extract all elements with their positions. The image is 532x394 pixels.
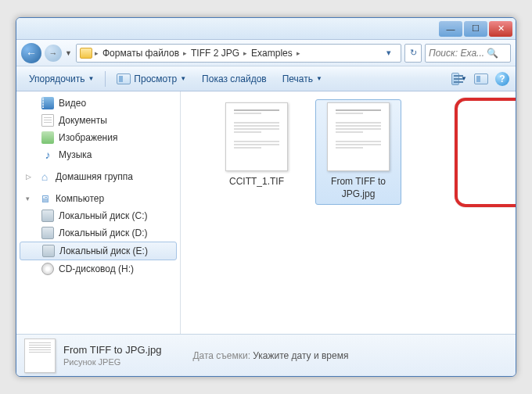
body: Видео Документы Изображения ♪Музыка ▷⌂До… <box>16 91 516 334</box>
file-thumbnail <box>327 102 390 171</box>
computer-icon: 🖥 <box>38 192 51 205</box>
sidebar-item-disk-d[interactable]: Локальный диск (D:) <box>16 224 180 242</box>
disk-icon <box>41 210 54 222</box>
sidebar-item-video[interactable]: Видео <box>16 95 180 112</box>
preview-button[interactable]: Просмотр▼ <box>110 70 192 88</box>
chevron-right-icon[interactable]: ▸ <box>243 49 248 57</box>
sidebar-item-disk-e[interactable]: Локальный диск (E:) <box>20 242 177 260</box>
minimize-button[interactable]: — <box>439 21 462 37</box>
help-button[interactable]: ? <box>495 72 509 86</box>
explorer-window: — ☐ ✕ ← → ▼ ▸ Форматы файлов ▸ TIFF 2 JP… <box>16 17 516 377</box>
titlebar[interactable]: — ☐ ✕ <box>16 18 516 40</box>
expander-icon[interactable]: ▾ <box>26 195 34 202</box>
preview-icon <box>117 73 131 84</box>
sidebar-item-pictures[interactable]: Изображения <box>16 129 180 146</box>
video-icon <box>41 97 54 109</box>
print-button[interactable]: Печать▼ <box>276 70 329 88</box>
search-input[interactable] <box>429 48 483 59</box>
search-icon: 🔍 <box>487 48 498 59</box>
close-button[interactable]: ✕ <box>489 21 512 37</box>
command-bar: Упорядочить▼ Просмотр▼ Показ слайдов Печ… <box>16 66 516 91</box>
organize-button[interactable]: Упорядочить▼ <box>23 70 100 88</box>
back-button[interactable]: ← <box>21 43 41 63</box>
details-pane: From TIFF to JPG.jpg Рисунок JPEG Дата с… <box>16 334 516 376</box>
disk-icon <box>42 245 55 257</box>
breadcrumb-segment[interactable]: Форматы файлов <box>101 48 181 59</box>
sidebar-item-computer[interactable]: ▾🖥Компьютер <box>16 190 180 207</box>
sidebar-item-cd-h[interactable]: CD-дисковод (H:) <box>16 260 180 278</box>
details-filetype: Рисунок JPEG <box>63 357 161 367</box>
slideshow-button[interactable]: Показ слайдов <box>196 70 273 88</box>
separator <box>105 71 106 87</box>
view-options-button[interactable]: ▼ <box>451 72 467 86</box>
refresh-button[interactable]: ↻ <box>404 44 422 63</box>
sidebar-item-homegroup[interactable]: ▷⌂Домашняя группа <box>16 168 180 185</box>
sidebar-item-disk-c[interactable]: Локальный диск (C:) <box>16 207 180 224</box>
chevron-right-icon[interactable]: ▸ <box>182 49 188 57</box>
expander-icon[interactable]: ▷ <box>26 173 34 181</box>
folder-icon <box>80 48 92 59</box>
file-label: CCITT_1.TIF <box>226 174 287 190</box>
file-thumbnail <box>225 102 288 171</box>
chevron-right-icon[interactable]: ▸ <box>296 49 301 57</box>
forward-button[interactable]: → <box>45 45 62 62</box>
chevron-right-icon[interactable]: ▸ <box>94 49 99 57</box>
document-icon <box>41 114 54 127</box>
homegroup-icon: ⌂ <box>38 170 51 183</box>
file-label: From TIFF to JPG.jpg <box>318 174 398 202</box>
music-icon: ♪ <box>41 149 54 161</box>
address-dropdown[interactable]: ▾ <box>380 45 397 62</box>
details-filename: From TIFF to JPG.jpg <box>63 344 161 356</box>
disk-icon <box>41 227 54 239</box>
history-dropdown[interactable]: ▼ <box>65 49 73 57</box>
address-bar[interactable]: ▸ Форматы файлов ▸ TIFF 2 JPG ▸ Examples… <box>76 44 401 63</box>
file-list[interactable]: CCITT_1.TIF From TIFF to JPG.jpg <box>181 91 516 334</box>
breadcrumb-segment[interactable]: TIFF 2 JPG <box>189 48 241 59</box>
highlight-annotation <box>455 98 516 207</box>
sidebar-item-music[interactable]: ♪Музыка <box>16 146 180 163</box>
preview-pane-button[interactable] <box>473 72 489 86</box>
sidebar-item-documents[interactable]: Документы <box>16 112 180 129</box>
nav-bar: ← → ▼ ▸ Форматы файлов ▸ TIFF 2 JPG ▸ Ex… <box>16 40 516 66</box>
breadcrumb-segment[interactable]: Examples <box>250 48 294 59</box>
maximize-button[interactable]: ☐ <box>464 21 487 37</box>
file-item[interactable]: CCITT_1.TIF <box>214 99 300 193</box>
search-box[interactable]: 🔍 <box>425 44 511 63</box>
pictures-icon <box>41 131 54 144</box>
navigation-pane[interactable]: Видео Документы Изображения ♪Музыка ▷⌂До… <box>16 91 181 334</box>
details-thumbnail <box>24 338 56 373</box>
details-metadata[interactable]: Дата съемки: Укажите дату и время <box>192 350 348 361</box>
file-item-selected[interactable]: From TIFF to JPG.jpg <box>315 99 401 205</box>
cd-icon <box>41 263 54 275</box>
